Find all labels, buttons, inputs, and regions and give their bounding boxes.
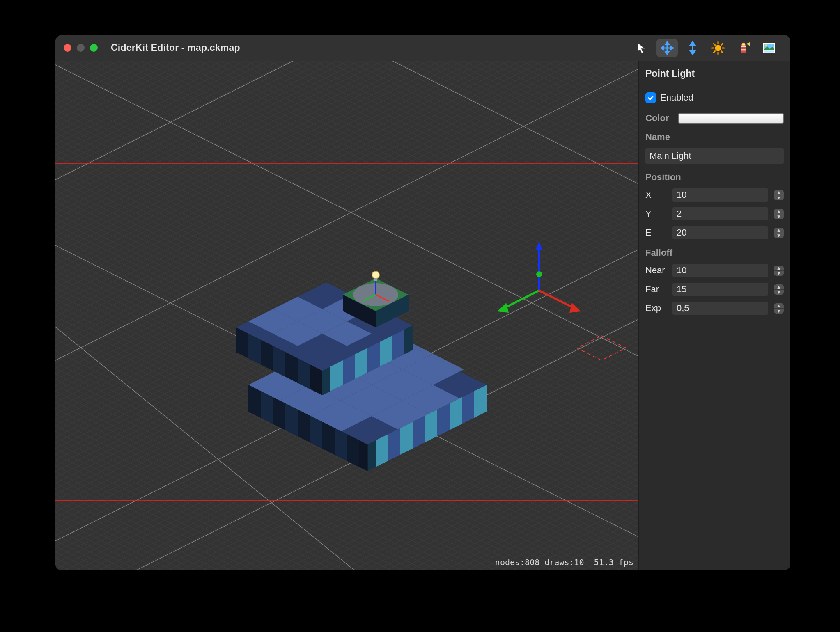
falloff-exp-stepper[interactable]: ▲▼ bbox=[774, 303, 784, 314]
cursor-icon bbox=[635, 41, 649, 55]
window-title: CiderKit Editor - map.ckmap bbox=[111, 42, 240, 53]
step-down-icon[interactable]: ▼ bbox=[774, 271, 784, 276]
name-input[interactable] bbox=[645, 148, 784, 164]
position-e-label: E bbox=[645, 227, 668, 238]
step-down-icon[interactable]: ▼ bbox=[774, 195, 784, 200]
svg-point-9 bbox=[715, 45, 721, 51]
position-y-input[interactable] bbox=[672, 207, 768, 220]
inspector-title: Point Light bbox=[645, 68, 784, 79]
titlebar: CiderKit Editor - map.ckmap bbox=[55, 35, 790, 61]
svg-rect-20 bbox=[741, 50, 746, 53]
color-swatch[interactable] bbox=[678, 113, 784, 124]
position-x-input[interactable] bbox=[672, 188, 768, 202]
falloff-near-row: Near ▲▼ bbox=[645, 264, 784, 277]
step-down-icon[interactable]: ▼ bbox=[774, 309, 784, 314]
svg-marker-23 bbox=[746, 42, 750, 46]
name-section-label: Name bbox=[645, 132, 784, 142]
falloff-far-input[interactable] bbox=[672, 283, 768, 296]
enabled-row: Enabled bbox=[645, 92, 784, 103]
falloff-exp-input[interactable] bbox=[672, 302, 768, 315]
window-controls bbox=[64, 44, 98, 52]
enabled-label: Enabled bbox=[660, 92, 693, 103]
position-e-stepper[interactable]: ▲▼ bbox=[774, 228, 784, 238]
step-down-icon[interactable]: ▼ bbox=[774, 233, 784, 238]
svg-line-15 bbox=[721, 51, 722, 52]
falloff-exp-row: Exp ▲▼ bbox=[645, 302, 784, 315]
editor-body: nodes:808 draws:10 51.3 fps Point Light … bbox=[55, 61, 790, 570]
zoom-window-button[interactable] bbox=[90, 44, 98, 52]
sun-icon bbox=[711, 41, 725, 55]
svg-rect-22 bbox=[742, 43, 745, 45]
position-e-input[interactable] bbox=[672, 226, 768, 239]
inspector-panel: Point Light Enabled Color Name Position … bbox=[638, 61, 790, 570]
select-tool[interactable] bbox=[631, 39, 652, 57]
svg-line-16 bbox=[714, 51, 715, 52]
svg-point-27 bbox=[765, 44, 767, 46]
minimize-window-button[interactable] bbox=[77, 44, 85, 52]
position-y-stepper[interactable]: ▲▼ bbox=[774, 209, 784, 219]
step-up-icon[interactable]: ▲ bbox=[774, 284, 784, 290]
falloff-near-stepper[interactable]: ▲▼ bbox=[774, 266, 784, 276]
falloff-exp-label: Exp bbox=[645, 303, 668, 314]
svg-point-106 bbox=[372, 271, 379, 279]
position-e-row: E ▲▼ bbox=[645, 226, 784, 239]
position-x-stepper[interactable]: ▲▼ bbox=[774, 190, 784, 200]
color-row: Color bbox=[645, 113, 784, 124]
falloff-far-row: Far ▲▼ bbox=[645, 283, 784, 296]
scene-icon bbox=[762, 41, 776, 55]
svg-point-114 bbox=[536, 271, 542, 277]
falloff-section-label: Falloff bbox=[645, 247, 784, 258]
elevate-tool[interactable] bbox=[682, 39, 703, 57]
svg-marker-5 bbox=[671, 46, 673, 50]
enabled-checkbox[interactable] bbox=[645, 92, 656, 103]
svg-marker-7 bbox=[691, 42, 695, 45]
step-up-icon[interactable]: ▲ bbox=[774, 228, 784, 233]
move-tool[interactable] bbox=[656, 39, 678, 57]
svg-rect-107 bbox=[374, 278, 377, 281]
scene-tool[interactable] bbox=[758, 39, 780, 57]
position-section-label: Position bbox=[645, 172, 784, 183]
move-icon bbox=[660, 41, 674, 55]
falloff-far-label: Far bbox=[645, 284, 668, 295]
svg-marker-2 bbox=[666, 42, 669, 44]
step-down-icon[interactable]: ▼ bbox=[774, 214, 784, 219]
step-up-icon[interactable]: ▲ bbox=[774, 303, 784, 309]
svg-line-14 bbox=[714, 44, 715, 45]
render-stats: nodes:808 draws:10 51.3 fps bbox=[495, 557, 633, 567]
viewport[interactable]: nodes:808 draws:10 51.3 fps bbox=[55, 61, 638, 570]
position-y-label: Y bbox=[645, 208, 668, 219]
sun-tool[interactable] bbox=[707, 39, 729, 57]
color-label: Color bbox=[645, 113, 674, 124]
falloff-near-input[interactable] bbox=[672, 264, 768, 277]
position-x-label: X bbox=[645, 190, 668, 200]
scene-canvas bbox=[55, 61, 638, 570]
svg-marker-8 bbox=[691, 51, 695, 54]
step-up-icon[interactable]: ▲ bbox=[774, 266, 784, 271]
svg-marker-3 bbox=[666, 51, 669, 54]
position-x-row: X ▲▼ bbox=[645, 188, 784, 202]
close-window-button[interactable] bbox=[64, 44, 71, 52]
lighthouse-tool[interactable] bbox=[733, 39, 754, 57]
toolbar bbox=[631, 39, 782, 57]
elevate-icon bbox=[686, 41, 700, 55]
position-y-row: Y ▲▼ bbox=[645, 207, 784, 220]
falloff-far-stepper[interactable]: ▲▼ bbox=[774, 284, 784, 295]
step-up-icon[interactable]: ▲ bbox=[774, 209, 784, 214]
svg-marker-4 bbox=[661, 46, 663, 50]
step-up-icon[interactable]: ▲ bbox=[774, 190, 784, 195]
lighthouse-icon bbox=[737, 41, 750, 55]
editor-window: CiderKit Editor - map.ckmap bbox=[55, 35, 790, 570]
step-down-icon[interactable]: ▼ bbox=[774, 290, 784, 295]
svg-rect-19 bbox=[741, 47, 746, 49]
svg-line-17 bbox=[721, 44, 722, 45]
svg-rect-28 bbox=[764, 50, 774, 52]
falloff-near-label: Near bbox=[645, 265, 668, 276]
